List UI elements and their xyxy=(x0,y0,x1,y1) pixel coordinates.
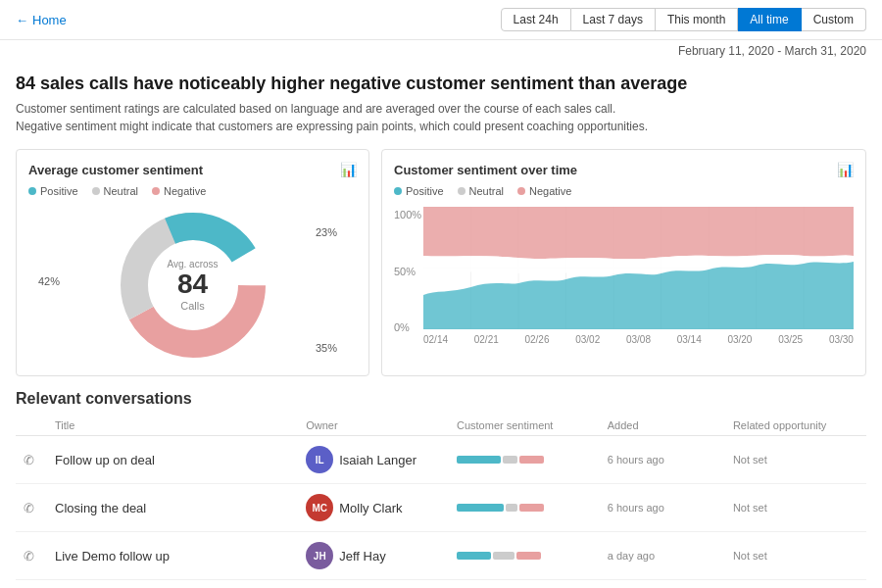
row1-sentiment xyxy=(457,456,608,464)
home-link[interactable]: ← Home xyxy=(16,13,67,27)
col-header-owner: Owner xyxy=(306,419,457,431)
x-label-0320: 03/20 xyxy=(727,334,752,345)
ot-legend-positive: Positive xyxy=(394,185,444,197)
ot-negative-dot xyxy=(517,187,525,195)
filter-alltime[interactable]: All time xyxy=(738,8,801,31)
row1-sent-pos xyxy=(457,456,501,464)
y-label-50: 50% xyxy=(394,266,419,277)
row2-sent-neg xyxy=(519,504,544,512)
row1-opportunity: Not set xyxy=(733,454,858,466)
x-label-0226: 02/26 xyxy=(524,334,549,345)
filter-last24h[interactable]: Last 24h xyxy=(501,8,571,31)
x-label-0214: 02/14 xyxy=(423,334,448,345)
row3-sent-neu xyxy=(493,552,514,560)
x-label-0330: 03/30 xyxy=(829,334,854,345)
row1-added: 6 hours ago xyxy=(608,454,733,466)
row1-owner: IL Isaiah Langer xyxy=(306,446,457,473)
legend-positive: Positive xyxy=(28,185,78,197)
avg-sentiment-title: Average customer sentiment 📊 xyxy=(28,162,357,177)
row2-sentiment xyxy=(457,504,608,512)
col-header-opportunity: Related opportunity xyxy=(733,419,858,431)
negative-dot xyxy=(152,187,160,195)
legend-neutral: Neutral xyxy=(92,185,138,197)
row2-owner-name: Molly Clark xyxy=(339,501,402,515)
page-headline: 84 sales calls have noticeably higher ne… xyxy=(16,74,866,94)
col-header-sentiment: Customer sentiment xyxy=(457,419,608,431)
row3-owner-name: Jeff Hay xyxy=(339,549,385,564)
area-chart-container: 100% 50% 0% xyxy=(394,207,854,359)
legend-negative: Negative xyxy=(152,185,206,197)
row1-title: Follow up on deal xyxy=(55,453,306,467)
filter-thismonth[interactable]: This month xyxy=(656,8,738,31)
date-range: February 11, 2020 - March 31, 2020 xyxy=(0,40,882,62)
avg-sentiment-legend: Positive Neutral Negative xyxy=(28,185,357,197)
positive-dot xyxy=(28,187,36,195)
x-label-0221: 02/21 xyxy=(474,334,499,345)
col-header-added: Added xyxy=(608,419,733,431)
export-icon[interactable]: 📊 xyxy=(340,162,357,177)
sentiment-over-time-card: Customer sentiment over time 📊 Positive … xyxy=(381,149,866,376)
row3-sent-pos xyxy=(457,552,491,560)
table-header: Title Owner Customer sentiment Added Rel… xyxy=(16,416,866,436)
donut-pct-negative: 42% xyxy=(38,275,60,287)
filter-custom[interactable]: Custom xyxy=(802,8,866,31)
donut-pct-positive: 23% xyxy=(316,226,337,238)
x-label-0308: 03/08 xyxy=(626,334,651,345)
row2-title: Closing the deal xyxy=(55,501,306,515)
charts-row: Average customer sentiment 📊 Positive Ne… xyxy=(16,149,866,376)
table-row: ✆ Closing the deal MC Molly Clark 6 hour… xyxy=(16,484,866,532)
row2-avatar: MC xyxy=(306,494,333,521)
avg-sentiment-card: Average customer sentiment 📊 Positive Ne… xyxy=(16,149,369,376)
row3-avatar: JH xyxy=(306,542,333,569)
x-label-0302: 03/02 xyxy=(575,334,600,345)
export-icon-2[interactable]: 📊 xyxy=(837,162,854,177)
ot-neutral-dot xyxy=(458,187,466,195)
row3-added: a day ago xyxy=(608,550,733,562)
x-label-0314: 03/14 xyxy=(677,334,702,345)
table-row: ✆ Follow up on deal IL Isaiah Langer 6 h… xyxy=(16,436,866,484)
phone-icon-1: ✆ xyxy=(24,453,55,467)
row2-opportunity: Not set xyxy=(733,502,858,514)
home-label: Home xyxy=(32,13,67,27)
over-time-legend: Positive Neutral Negative xyxy=(394,185,854,197)
subtitle: Customer sentiment ratings are calculate… xyxy=(16,100,866,135)
phone-icon-3: ✆ xyxy=(24,549,55,564)
col-header-icon xyxy=(24,419,55,431)
back-arrow-icon: ← xyxy=(16,13,28,27)
time-filters: Last 24h Last 7 days This month All time… xyxy=(501,8,866,31)
row3-sentiment xyxy=(457,552,608,560)
row1-owner-name: Isaiah Langer xyxy=(339,453,416,467)
row2-sent-neu xyxy=(506,504,517,512)
phone-icon-2: ✆ xyxy=(24,501,55,515)
donut-pct-neutral: 35% xyxy=(316,342,337,354)
main-content: 84 sales calls have noticeably higher ne… xyxy=(0,62,882,588)
row2-sent-pos xyxy=(457,504,504,512)
top-nav: ← Home Last 24h Last 7 days This month A… xyxy=(0,0,882,40)
row1-sent-neg xyxy=(519,456,544,464)
area-chart-svg xyxy=(423,207,854,329)
x-label-0325: 03/25 xyxy=(778,334,803,345)
sentiment-over-time-title: Customer sentiment over time 📊 xyxy=(394,162,854,177)
row3-title: Live Demo follow up xyxy=(55,549,306,564)
donut-center: Avg. across 84 Calls xyxy=(167,259,218,312)
col-header-title: Title xyxy=(55,419,306,431)
row3-opportunity: Not set xyxy=(733,550,858,562)
donut-chart-container: Avg. across 84 Calls 23% 42% 35% xyxy=(28,207,357,364)
row1-avatar: IL xyxy=(306,446,333,473)
row3-sent-neg xyxy=(516,552,541,560)
section-title-conversations: Relevant conversations xyxy=(16,390,866,408)
ot-positive-dot xyxy=(394,187,402,195)
row3-owner: JH Jeff Hay xyxy=(306,542,457,569)
row2-owner: MC Molly Clark xyxy=(306,494,457,521)
y-label-0: 0% xyxy=(394,321,419,333)
neutral-dot xyxy=(92,187,100,195)
row1-sent-neu xyxy=(503,456,517,464)
table-row: ✆ Live Demo follow up JH Jeff Hay a day … xyxy=(16,532,866,580)
row2-added: 6 hours ago xyxy=(608,502,733,514)
y-label-100: 100% xyxy=(394,209,419,220)
ot-legend-neutral: Neutral xyxy=(458,185,504,197)
filter-last7days[interactable]: Last 7 days xyxy=(571,8,656,31)
ot-legend-negative: Negative xyxy=(517,185,571,197)
